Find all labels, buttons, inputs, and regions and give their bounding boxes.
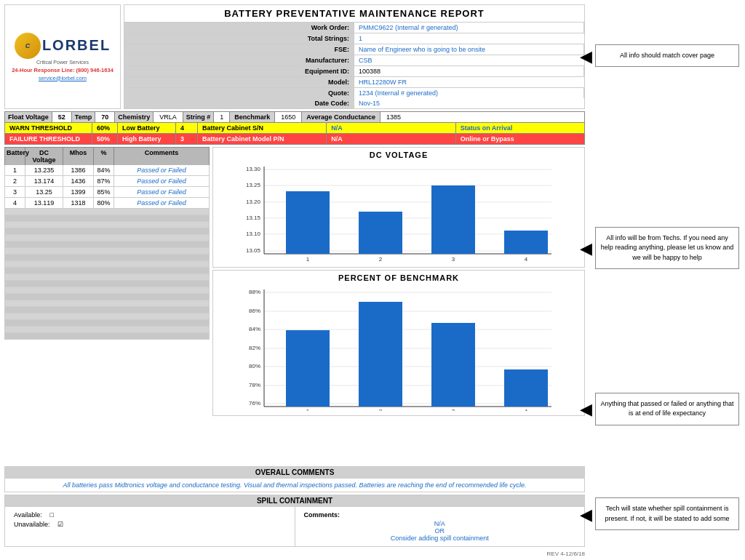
empty-row — [4, 281, 210, 287]
empty-row — [4, 215, 210, 222]
benchmark-label: Benchmark — [230, 112, 275, 122]
empty-row — [4, 255, 210, 261]
overall-comments-text: All batteries pass Midtronics voltage an… — [5, 479, 584, 492]
cell-pct: 87% — [94, 176, 114, 186]
empty-row — [4, 307, 210, 313]
quote-label: Quote: — [124, 88, 354, 98]
annotation-spill-text: Tech will state whether spill containmen… — [605, 505, 729, 522]
empty-row — [4, 333, 210, 340]
manufacturer-label: Manufacturer: — [124, 55, 354, 66]
quote-value: 1234 (Internal # generated) — [354, 88, 584, 98]
svg-rect-14 — [286, 191, 330, 254]
svg-text:4: 4 — [525, 408, 528, 411]
float-row: Float Voltage 52 Temp 70 Chemistry VRLA … — [4, 111, 585, 123]
cell-comment: Passed or Failed — [114, 198, 209, 208]
avg-conductance-label: Average Conductance — [302, 112, 381, 122]
cell-pct: 80% — [94, 198, 114, 208]
fail-arrival: Online or Bypass — [456, 134, 584, 144]
date-code-label: Date Code: — [124, 98, 354, 108]
annotation-cover-text: All info should match cover page — [620, 52, 714, 59]
report-fields: Work Order: PMMC9622 (Internal # generat… — [124, 22, 585, 109]
string-label: String # — [183, 112, 215, 122]
empty-row — [4, 287, 210, 294]
svg-text:3: 3 — [452, 408, 455, 411]
cell-voltage: 13.174 — [25, 176, 63, 186]
battery-table-header: Battery DC Voltage Mhos % Comments — [4, 147, 210, 165]
model-label: Model: — [124, 77, 354, 88]
dc-voltage-title: DC VOLTAGE — [216, 151, 581, 159]
svg-rect-41 — [504, 369, 548, 407]
col-voltage: DC Voltage — [25, 148, 63, 165]
warn-str: 4 — [176, 123, 198, 133]
warn-label: WARN THRESHOLD — [5, 123, 92, 133]
battery-rows: 1 13.235 1386 84% Passed or Failed 2 13.… — [4, 165, 210, 209]
svg-text:88%: 88% — [249, 289, 260, 295]
empty-row — [4, 248, 210, 255]
svg-text:76%: 76% — [249, 400, 260, 407]
spill-header: SPILL CONTAINMENT — [5, 495, 584, 507]
fail-bench-value: N/A — [327, 134, 455, 144]
cell-comment: Passed or Failed — [114, 165, 209, 175]
warn-threshold-row: WARN THRESHOLD 60% Low Battery 4 Battery… — [4, 123, 585, 134]
annotation-cover-page: ◀ All info should match cover page — [595, 44, 739, 68]
arrow-icon-2: ◀ — [580, 236, 592, 260]
svg-rect-15 — [359, 212, 402, 254]
arrow-icon-1: ◀ — [580, 44, 592, 68]
logo-area: C LORBEL Critical Power Services 24-Hour… — [4, 4, 121, 109]
equipment-id-value: 100388 — [354, 66, 584, 77]
svg-text:80%: 80% — [249, 363, 260, 369]
temp-label: Temp — [72, 112, 95, 122]
fail-label: FAILURE THRESHOLD — [5, 134, 92, 144]
svg-text:1: 1 — [306, 408, 310, 411]
annotation-panel: ◀ All info should match cover page ◀ All… — [589, 0, 745, 560]
spill-comment-add: Consider adding spill containment — [304, 535, 576, 542]
svg-text:84%: 84% — [249, 326, 260, 332]
table-row: 4 13.119 1318 80% Passed or Failed — [4, 198, 210, 209]
col-pct: % — [94, 148, 114, 165]
spill-comment-na: N/A — [304, 520, 576, 527]
chemistry-label: Chemistry — [115, 112, 154, 122]
svg-text:2: 2 — [379, 256, 383, 263]
empty-row — [4, 274, 210, 281]
header-section: C LORBEL Critical Power Services 24-Hour… — [4, 4, 585, 109]
equipment-id-label: Equipment ID: — [124, 66, 354, 77]
spill-comments-label: Comments: — [304, 511, 576, 519]
benchmark-value: 1650 — [275, 112, 302, 122]
fail-battery: High Battery — [118, 134, 176, 144]
report-title: BATTERY PREVENTATIVE MAINTENANCE REPORT — [124, 4, 585, 22]
svg-text:4: 4 — [525, 256, 528, 263]
cell-mhos: 1386 — [63, 165, 94, 175]
cell-pct: 84% — [94, 165, 114, 175]
logo-subtitle: Critical Power Services — [36, 60, 89, 65]
email-link[interactable]: service@lorbel.com — [39, 75, 87, 81]
arrow-icon-4: ◀ — [580, 502, 592, 526]
date-code-value: Nov-15 — [354, 98, 584, 108]
fail-threshold-row: FAILURE THRESHOLD 50% High Battery 3 Bat… — [4, 134, 585, 145]
cell-comment: Passed or Failed — [114, 187, 209, 197]
unavailable-label: Unavailable: — [14, 521, 50, 528]
cell-pct: 85% — [94, 187, 114, 197]
cell-comment: Passed or Failed — [114, 176, 209, 186]
spill-unavailable: Unavailable: ☑ — [14, 521, 286, 528]
overall-comments-section: OVERALL COMMENTS All batteries pass Midt… — [4, 466, 585, 492]
table-row: 1 13.235 1386 84% Passed or Failed — [4, 165, 210, 176]
avg-conductance-value: 1385 — [381, 112, 407, 122]
cell-voltage: 13.119 — [25, 198, 63, 208]
svg-text:1: 1 — [306, 256, 310, 263]
report-info-area: BATTERY PREVENTATIVE MAINTENANCE REPORT … — [124, 4, 585, 109]
svg-text:13.30: 13.30 — [246, 166, 261, 172]
svg-text:13.25: 13.25 — [246, 182, 261, 188]
phone-number: 24-Hour Response Line: (800) 946-1634 — [12, 67, 113, 73]
body-section: Battery DC Voltage Mhos % Comments 1 13.… — [4, 147, 585, 464]
fail-str: 3 — [176, 134, 198, 144]
benchmark-title: PERCENT OF BENCHMARK — [216, 273, 581, 282]
col-comments: Comments — [114, 148, 209, 165]
annotation-spill: ◀ Tech will state whether spill containm… — [595, 497, 739, 530]
col-mhos: Mhos — [63, 148, 94, 165]
warn-battery: Low Battery — [118, 123, 176, 133]
threshold-section: Float Voltage 52 Temp 70 Chemistry VRLA … — [4, 111, 585, 145]
spill-comment-or: OR — [304, 527, 576, 535]
svg-text:13.05: 13.05 — [246, 247, 261, 254]
float-voltage-label: Float Voltage — [5, 112, 52, 122]
string-value: 1 — [214, 112, 230, 122]
